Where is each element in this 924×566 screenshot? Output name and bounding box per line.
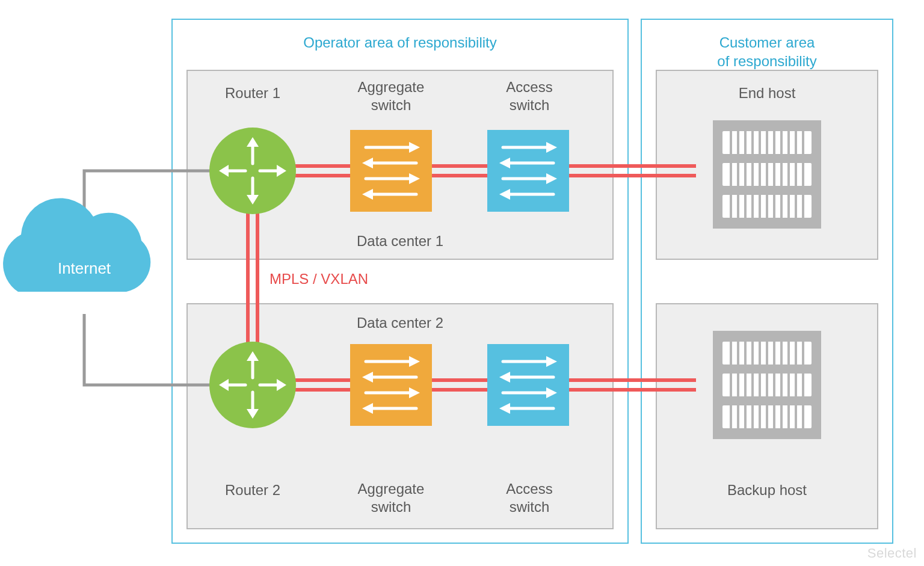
access-switch-2-icon — [487, 344, 569, 426]
data-center-2-caption: Data center 2 — [186, 314, 614, 332]
aggregate-switch-1-icon — [350, 130, 432, 212]
watermark: Selectel — [867, 546, 917, 561]
backup-host-label: Backup host — [656, 481, 878, 499]
router-2-label: Router 2 — [205, 481, 301, 499]
end-host-server-icon — [713, 120, 821, 229]
internet-cloud-icon: Internet — [3, 198, 150, 292]
router-1-label: Router 1 — [205, 84, 301, 102]
router-1-icon — [209, 128, 296, 214]
aggregate-switch-2-label: Aggregate switch — [337, 480, 445, 516]
svg-rect-62 — [487, 130, 569, 212]
router-2-icon — [209, 342, 296, 428]
svg-rect-61 — [350, 130, 432, 212]
mpls-vxlan-label: MPLS / VXLAN — [270, 271, 368, 288]
end-host-label: End host — [656, 84, 878, 102]
aggregate-switch-1-label: Aggregate switch — [337, 78, 445, 114]
svg-rect-64 — [487, 344, 569, 426]
access-switch-1-icon — [487, 130, 569, 212]
aggregate-switch-2-icon — [350, 344, 432, 426]
internet-label: Internet — [58, 259, 111, 277]
svg-rect-63 — [350, 344, 432, 426]
access-switch-2-label: Access switch — [475, 480, 584, 516]
backup-host-server-icon — [713, 331, 821, 439]
data-center-1-caption: Data center 1 — [186, 232, 614, 250]
access-switch-1-label: Access switch — [475, 78, 584, 114]
